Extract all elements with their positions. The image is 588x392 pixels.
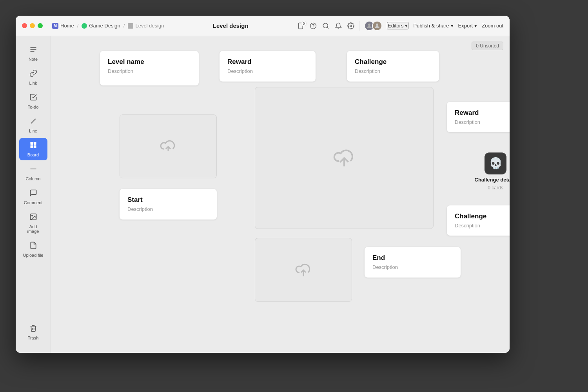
svg-point-7 (376, 24, 378, 26)
breadcrumb-gamedesign[interactable]: Game Design (82, 23, 120, 29)
sidebar-item-link[interactable]: Link (19, 66, 47, 89)
card-level-name-desc: Description (108, 68, 191, 74)
device-icon-btn[interactable]: 0 (297, 22, 304, 29)
close-button[interactable] (22, 23, 27, 28)
traffic-lights (22, 23, 43, 28)
help-icon-btn[interactable] (310, 22, 317, 29)
challenge-details-sub: 0 cards (488, 185, 503, 191)
sidebar-item-board[interactable]: Board (19, 138, 47, 160)
sidebar-item-link-label: Link (29, 81, 37, 85)
avatar-group (364, 21, 382, 31)
svg-point-5 (350, 25, 352, 27)
card-start[interactable]: Start Description (120, 189, 217, 220)
sort-badge[interactable]: 0 Unsorted (472, 42, 503, 50)
card-end[interactable]: End Description (365, 247, 461, 278)
sidebar-item-trash[interactable]: Trash (19, 321, 47, 343)
svg-point-6 (368, 24, 370, 26)
sidebar-item-line[interactable]: Line (19, 114, 47, 136)
sidebar-item-comment-label: Comment (24, 200, 43, 205)
titlebar: M Home / Game Design / Level design Leve… (16, 16, 510, 36)
board-icon (29, 141, 37, 151)
settings-icon-btn[interactable] (347, 22, 354, 29)
divider (359, 21, 359, 31)
card-start-title: Start (127, 196, 209, 204)
page-title: Level design (213, 22, 249, 29)
sidebar-item-todo-label: To-do (28, 105, 39, 109)
canvas[interactable]: 0 Unsorted Level name Description Reward… (51, 36, 510, 353)
sidebar-item-board-label: Board (27, 152, 39, 157)
sidebar: Note Link To-do Line (16, 36, 51, 353)
upload-cloud-icon-3 (294, 261, 313, 279)
avatar-2 (372, 21, 382, 31)
sidebar-item-trash-label: Trash (28, 336, 39, 340)
minimize-button[interactable] (30, 23, 35, 28)
editors-button[interactable]: Editors ▾ (387, 22, 408, 29)
note-icon (29, 45, 37, 55)
sidebar-item-uploadfile-label: Upload file (23, 253, 44, 258)
notification-icon-btn[interactable] (335, 22, 342, 29)
breadcrumb-home[interactable]: M Home (52, 23, 74, 29)
titlebar-icons: 0 (297, 22, 354, 29)
addimage-icon (29, 213, 37, 223)
sidebar-item-column[interactable]: Column (19, 162, 47, 184)
upload-cloud-icon-2 (332, 145, 357, 171)
search-icon-btn[interactable] (322, 22, 329, 29)
sidebar-item-note-label: Note (29, 57, 38, 62)
svg-rect-15 (33, 145, 36, 148)
window: M Home / Game Design / Level design Leve… (16, 16, 510, 353)
maximize-button[interactable] (38, 23, 43, 28)
main-content: Note Link To-do Line (16, 36, 510, 353)
zoom-out-button[interactable]: Zoom out (482, 23, 503, 29)
uploadfile-icon (29, 241, 37, 251)
titlebar-center: Level design (169, 22, 292, 29)
sidebar-item-addimage-label: Add image (23, 224, 44, 234)
sidebar-item-note[interactable]: Note (19, 42, 47, 65)
sidebar-item-addimage[interactable]: Add image (19, 210, 47, 237)
card-reward-top-title: Reward (227, 58, 308, 66)
comment-icon (29, 189, 37, 199)
challenge-details-title: Challenge details (475, 177, 510, 183)
upload-cloud-icon-1 (159, 137, 178, 156)
trash-icon (29, 324, 37, 334)
upload-area-bottom[interactable] (255, 238, 352, 302)
svg-rect-13 (33, 142, 36, 145)
device-badge: 0 (301, 21, 307, 26)
sidebar-item-todo[interactable]: To-do (19, 90, 47, 113)
sidebar-item-comment[interactable]: Comment (19, 186, 47, 208)
skull-icon: 💀 (489, 157, 503, 170)
card-level-name[interactable]: Level name Description (100, 51, 199, 85)
card-reward-top[interactable]: Reward Description (220, 51, 316, 82)
card-end-title: End (372, 254, 453, 262)
sidebar-item-line-label: Line (29, 129, 37, 133)
sidebar-item-uploadfile[interactable]: Upload file (19, 238, 47, 261)
link-icon (29, 69, 37, 79)
skull-icon-wrap: 💀 (485, 152, 506, 174)
upload-area-center[interactable] (255, 87, 434, 229)
svg-point-4 (323, 23, 328, 28)
card-challenge-right-desc: Description (455, 223, 510, 229)
card-end-desc: Description (372, 264, 453, 270)
svg-point-18 (31, 215, 33, 216)
card-reward-top-desc: Description (227, 68, 308, 74)
breadcrumb: M Home / Game Design / Level design (52, 23, 164, 29)
card-challenge-right-title: Challenge (455, 212, 510, 220)
card-reward-right[interactable]: Reward Description (447, 102, 510, 132)
card-level-name-title: Level name (108, 58, 191, 66)
card-challenge-top-desc: Description (355, 68, 431, 74)
publish-share-button[interactable]: Publish & share ▾ (413, 23, 453, 29)
challenge-details-card[interactable]: 💀 Challenge details 0 cards (447, 144, 510, 199)
card-challenge-right[interactable]: Challenge Description (447, 205, 510, 236)
sidebar-item-column-label: Column (26, 176, 41, 181)
export-button[interactable]: Export ▾ (458, 23, 477, 29)
titlebar-right: 0 (297, 21, 503, 31)
card-challenge-top[interactable]: Challenge Description (347, 51, 439, 82)
todo-icon (29, 93, 37, 103)
svg-rect-12 (30, 142, 33, 145)
svg-line-11 (31, 119, 36, 123)
card-start-desc: Description (127, 206, 209, 212)
breadcrumb-leveldesign[interactable]: Level design (128, 23, 164, 29)
line-icon (29, 117, 37, 127)
column-icon (29, 165, 37, 175)
upload-area-left-top[interactable] (120, 114, 217, 178)
card-reward-right-title: Reward (455, 109, 510, 117)
